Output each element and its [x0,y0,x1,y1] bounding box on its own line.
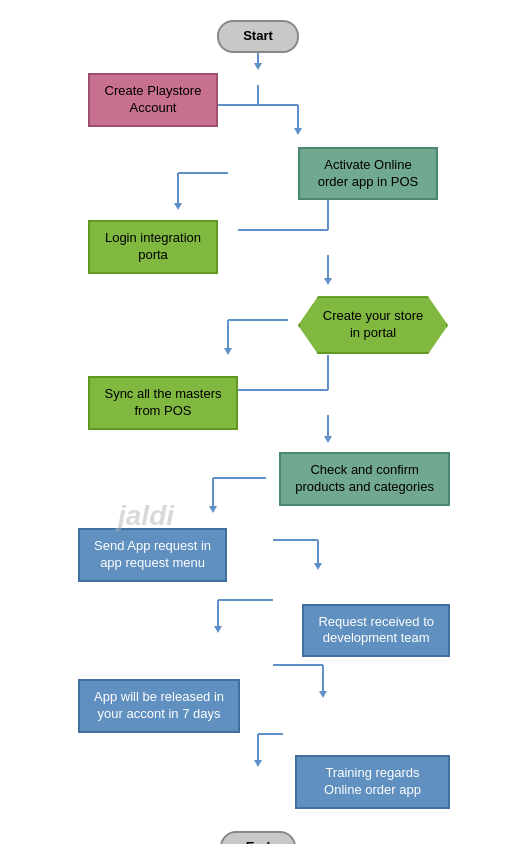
flow-inner: Start Create Playstore Account Activate … [18,10,498,844]
sync-masters-label: Sync all the masters from POS [104,386,221,420]
app-released-label: App will be released in your accont in 7… [94,689,224,723]
request-received-node: Request received to development team [302,604,450,658]
send-app-request-node: Send App request in app request menu [78,528,227,582]
app-released-node: App will be released in your accont in 7… [78,679,240,733]
create-playstore-label: Create Playstore Account [105,83,202,117]
send-app-request-label: Send App request in app request menu [94,538,211,572]
start-label: Start [243,28,273,45]
create-store-node: Create your store in portal [298,296,448,354]
check-confirm-label: Check and confirm products and categorie… [295,462,434,496]
start-node: Start [217,20,299,53]
create-playstore-node: Create Playstore Account [88,73,218,127]
request-received-label: Request received to development team [318,614,434,648]
end-label: End [246,839,271,844]
training-regards-label: Training regards Online order app [324,765,421,799]
check-confirm-node: Check and confirm products and categorie… [279,452,450,506]
login-integration-node: Login integration porta [88,220,218,274]
end-node: End [220,831,297,844]
create-store-label: Create your store in portal [323,308,423,342]
sync-masters-node: Sync all the masters from POS [88,376,238,430]
activate-online-node: Activate Online order app in POS [298,147,438,201]
activate-online-label: Activate Online order app in POS [318,157,418,191]
training-regards-node: Training regards Online order app [295,755,450,809]
flowchart: Start Create Playstore Account Activate … [18,10,498,844]
login-integration-label: Login integration porta [105,230,201,264]
